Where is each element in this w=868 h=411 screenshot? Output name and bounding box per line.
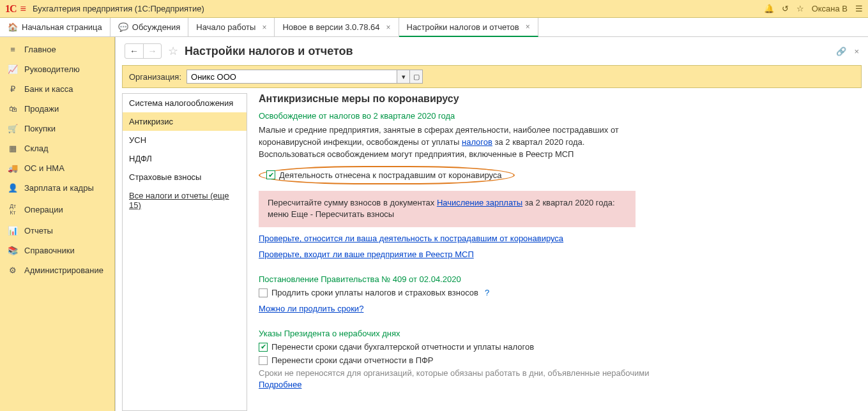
checkbox-label: Продлить сроки уплаты налогов и страховы… [271,288,478,297]
menu-icon: ≡ [8,45,18,54]
sidebar-label: Банк и касса [24,84,73,94]
sidebar-label: Главное [24,45,56,54]
sidebar-item-catalogs[interactable]: 📚Справочники [0,241,114,260]
sidebar-item-salary[interactable]: 👤Зарплата и кадры [0,178,114,198]
category-usn[interactable]: УСН [123,131,247,149]
checkbox-checked-icon[interactable]: ✔ [259,343,268,352]
checkbox-row[interactable]: ✔ Продлить сроки уплаты налогов и страхо… [259,288,862,297]
org-dropdown-button[interactable]: ▾ [397,70,410,84]
checkbox-empty-icon[interactable]: ✔ [259,288,268,297]
sidebar-item-warehouse[interactable]: ▦Склад [0,138,114,158]
help-icon[interactable]: ? [485,288,489,297]
tab-home[interactable]: 🏠 Начальная страница [0,18,110,36]
title-bar: 1C ≡ Бухгалтерия предприятия (1С:Предпри… [0,0,868,18]
chat-icon: 💬 [118,22,128,32]
body-text: Малые и средние предприятия, занятые в с… [259,124,642,161]
logo-1c: 1C [5,3,17,15]
nav-back-button[interactable]: ← [125,44,143,58]
check-registry-link[interactable]: Проверьте, входит ли ваше предприятие в … [259,250,474,259]
content-header: ← → ☆ Настройки налогов и отчетов 🔗 × [116,37,868,65]
close-icon[interactable]: × [262,23,266,32]
sidebar-item-reports[interactable]: 📊Отчеты [0,221,114,241]
sidebar-label: Справочники [24,246,75,255]
sidebar-item-manager[interactable]: 📈Руководителю [0,59,114,79]
tab-start[interactable]: Начало работы × [188,18,275,36]
sidebar-label: Администрирование [24,265,103,275]
truck-icon: 🚚 [8,163,18,173]
home-icon: 🏠 [8,22,18,32]
sidebar-label: ОС и НМА [24,163,65,173]
payroll-link[interactable]: Начисление зарплаты [437,198,522,207]
sidebar-item-operations[interactable]: Дт КтОперации [0,198,114,221]
app-title: Бухгалтерия предприятия (1С:Предприятие) [33,4,204,13]
checkbox-checked-icon[interactable]: ✔ [266,170,275,179]
category-all-taxes-link[interactable]: Все налоги и отчеты (еще 15) [123,186,247,214]
grid-icon: ▦ [8,144,18,153]
sidebar-item-sales[interactable]: 🛍Продажи [0,99,114,119]
can-extend-link[interactable]: Можно ли продлить сроки? [259,304,363,313]
main-menu-icon[interactable]: ≡ [20,3,26,15]
sidebar-label: Руководителю [24,64,80,74]
sidebar-item-main[interactable]: ≡Главное [0,40,114,59]
section-heading: Освобождение от налогов во 2 квартале 20… [259,111,862,121]
sidebar-label: Операции [24,205,63,214]
sidebar: ≡Главное 📈Руководителю ₽Банк и касса 🛍Пр… [0,37,115,411]
page-title: Настройки налогов и отчетов [185,45,353,58]
person-icon: 👤 [8,183,18,193]
category-anticrisis[interactable]: Антикризис [123,112,247,131]
tab-label: Настройки налогов и отчетов [407,22,519,32]
user-name[interactable]: Оксана В [812,4,848,13]
organization-bar: Организация: ▾ ▢ [122,65,862,88]
sidebar-label: Покупки [24,124,56,133]
sidebar-item-purchases[interactable]: 🛒Покупки [0,119,114,138]
highlighted-checkbox-row[interactable]: ✔ Деятельность отнесена к пострадавшим о… [259,166,515,184]
bag-icon: 🛍 [8,104,18,114]
org-open-button[interactable]: ▢ [410,70,423,84]
link-icon[interactable]: 🔗 [836,47,846,56]
tab-tax-settings[interactable]: Настройки налогов и отчетов × [399,18,538,37]
history-icon[interactable]: ↺ [782,4,789,13]
organization-input[interactable] [187,70,397,84]
checkbox-label: Деятельность отнесена к пострадавшим от … [279,170,502,180]
tab-label: Начальная страница [22,22,102,32]
favorite-star-icon[interactable]: ☆ [168,44,178,58]
check-activity-link[interactable]: Проверьте, относится ли ваша деятельност… [259,234,563,243]
close-icon[interactable]: × [386,23,390,32]
main-pane: Антикризисные меры по коронавирусу Освоб… [247,93,862,411]
category-list: Система налогообложения Антикризис УСН Н… [122,93,247,411]
section-heading: Постановление Правительства № 409 от 02.… [259,274,862,284]
tab-label: Новое в версии 3.0.78.64 [282,22,379,32]
tab-label: Начало работы [196,22,255,32]
details-link[interactable]: Подробнее [259,380,301,389]
checkbox-label: Перенести сроки сдачи бухгалтерской отче… [271,342,534,352]
checkbox-row[interactable]: ✔ Перенести сроки сдачи отчетности в ПФР [259,355,862,365]
category-tax-system[interactable]: Система налогообложения [123,94,247,112]
warning-box: Пересчитайте сумму взносов в документах … [259,191,636,228]
sidebar-item-admin[interactable]: ⚙Администрирование [0,260,114,280]
ruble-icon: ₽ [8,84,18,94]
sidebar-item-bank[interactable]: ₽Банк и касса [0,79,114,99]
close-page-icon[interactable]: × [854,47,859,56]
category-ndfl[interactable]: НДФЛ [123,149,247,168]
sidebar-label: Продажи [24,104,59,114]
tab-label: Обсуждения [132,22,181,32]
sidebar-label: Отчеты [24,226,53,235]
cart-icon: 🛒 [8,124,18,133]
taxes-link[interactable]: налогов [462,137,492,147]
star-icon[interactable]: ☆ [796,4,804,13]
bell-icon[interactable]: 🔔 [764,4,774,13]
tab-discussions[interactable]: 💬 Обсуждения [110,18,189,36]
category-insurance[interactable]: Страховые взносы [123,168,247,186]
checkbox-empty-icon[interactable]: ✔ [259,356,268,365]
sidebar-item-assets[interactable]: 🚚ОС и НМА [0,158,114,178]
close-icon[interactable]: × [526,22,530,31]
org-label: Организация: [129,72,181,82]
settings-bars-icon[interactable]: ☰ [855,4,863,13]
nav-forward-button[interactable]: → [143,44,161,58]
checkbox-label: Перенести сроки сдачи отчетности в ПФР [271,355,434,365]
tab-new-version[interactable]: Новое в версии 3.0.78.64 × [275,18,399,36]
muted-note: Сроки не переносятся для организаций, ко… [259,368,655,391]
checkbox-row[interactable]: ✔ Перенести сроки сдачи бухгалтерской от… [259,342,862,352]
gear-icon: ⚙ [8,265,18,275]
chart-icon: 📈 [8,64,18,74]
